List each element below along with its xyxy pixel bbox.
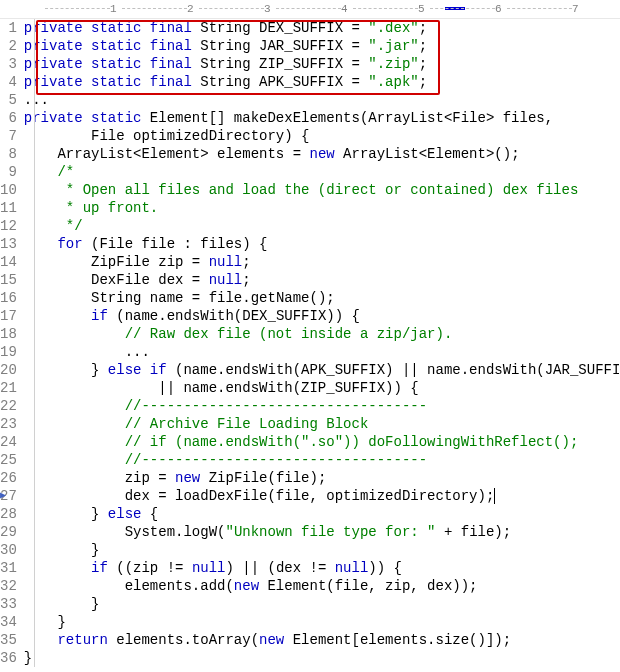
- line-number: 27▶: [0, 487, 17, 505]
- code-token: )) {: [368, 560, 402, 576]
- line-number: 3: [0, 55, 17, 73]
- code-token: else if: [108, 362, 175, 378]
- code-line[interactable]: File optimizedDirectory) {: [24, 127, 620, 145]
- line-number: 18: [0, 325, 17, 343]
- code-token: if: [91, 560, 116, 576]
- line-number: 35: [0, 631, 17, 649]
- line-number: 6: [0, 109, 17, 127]
- line-number: 7: [0, 127, 17, 145]
- code-token: File: [91, 128, 125, 144]
- code-editor[interactable]: 1234567891011121314151617181920212223242…: [0, 19, 620, 667]
- code-token: private static final: [24, 56, 200, 72]
- code-token: }: [24, 650, 32, 666]
- code-token: elements.toArray(: [116, 632, 259, 648]
- code-line[interactable]: private static final String DEX_SUFFIX =…: [24, 19, 620, 37]
- code-line[interactable]: */: [24, 217, 620, 235]
- code-token: //----------------------------------: [125, 452, 427, 468]
- code-token: (file);: [267, 470, 326, 486]
- code-token: Element: [293, 632, 352, 648]
- line-number: 21: [0, 379, 17, 397]
- code-token: else: [108, 506, 150, 522]
- code-token: zip =: [150, 254, 209, 270]
- code-line[interactable]: }: [24, 649, 620, 667]
- ruler-mark: 2: [187, 0, 194, 18]
- code-token: // Raw dex file (not inside a zip/jar).: [125, 326, 453, 342]
- code-line[interactable]: for (File file : files) {: [24, 235, 620, 253]
- code-token: .logW(: [175, 524, 225, 540]
- code-token: String DEX_SUFFIX =: [200, 20, 368, 36]
- line-number: 13: [0, 235, 17, 253]
- current-line-arrow-icon: ▶: [0, 487, 6, 505]
- code-line[interactable]: private static final String ZIP_SUFFIX =…: [24, 55, 620, 73]
- ruler-mark: 1: [110, 0, 117, 18]
- code-line[interactable]: ArrayList<Element> elements = new ArrayL…: [24, 145, 620, 163]
- code-token: String: [91, 290, 141, 306]
- code-line[interactable]: zip = new ZipFile(file);: [24, 469, 620, 487]
- ruler-mark: 3: [264, 0, 271, 18]
- code-line[interactable]: String name = file.getName();: [24, 289, 620, 307]
- code-token: ((zip !=: [116, 560, 192, 576]
- line-number: 17: [0, 307, 17, 325]
- code-token: ".zip": [368, 56, 418, 72]
- code-line[interactable]: elements.add(new Element(file, zip, dex)…: [24, 577, 620, 595]
- code-line[interactable]: //----------------------------------: [24, 451, 620, 469]
- code-token: "Unknown file type for: ": [225, 524, 435, 540]
- code-area[interactable]: private static final String DEX_SUFFIX =…: [21, 19, 620, 667]
- line-number: 32: [0, 577, 17, 595]
- code-line[interactable]: DexFile dex = null;: [24, 271, 620, 289]
- code-line[interactable]: }: [24, 613, 620, 631]
- code-line[interactable]: // Raw dex file (not inside a zip/jar).: [24, 325, 620, 343]
- gutter-margin: [34, 19, 35, 667]
- code-line[interactable]: // Archive File Loading Block: [24, 415, 620, 433]
- line-number: 28: [0, 505, 17, 523]
- code-token: /*: [57, 164, 74, 180]
- code-line[interactable]: dex = loadDexFile(file, optimizedDirecto…: [24, 487, 620, 505]
- code-token: ArrayList<Element>: [57, 146, 208, 162]
- code-token: elements =: [209, 146, 310, 162]
- code-token: ) || (dex !=: [225, 560, 334, 576]
- code-line[interactable]: } else if (name.endsWith(APK_SUFFIX) || …: [24, 361, 620, 379]
- code-line[interactable]: * up front.: [24, 199, 620, 217]
- code-line[interactable]: private static Element[] makeDexElements…: [24, 109, 620, 127]
- code-line[interactable]: || name.endsWith(ZIP_SUFFIX)) {: [24, 379, 620, 397]
- code-token: }: [91, 542, 99, 558]
- code-line[interactable]: ...: [24, 343, 620, 361]
- code-line[interactable]: private static final String APK_SUFFIX =…: [24, 73, 620, 91]
- code-line[interactable]: return elements.toArray(new Element[elem…: [24, 631, 620, 649]
- code-line[interactable]: * Open all files and load the (direct or…: [24, 181, 620, 199]
- code-token: ;: [419, 20, 427, 36]
- line-number: 11: [0, 199, 17, 217]
- code-token: Element: [267, 578, 326, 594]
- code-token: ...: [24, 92, 49, 108]
- code-line[interactable]: ZipFile zip = null;: [24, 253, 620, 271]
- line-number: 5: [0, 91, 17, 109]
- code-line[interactable]: }: [24, 541, 620, 559]
- code-line[interactable]: if (name.endsWith(DEX_SUFFIX)) {: [24, 307, 620, 325]
- code-line[interactable]: // if (name.endsWith(".so")) doFollowing…: [24, 433, 620, 451]
- code-token: || name.endsWith(ZIP_SUFFIX)) {: [158, 380, 418, 396]
- code-token: ".dex": [368, 20, 418, 36]
- code-token: }: [57, 614, 65, 630]
- code-token: new: [259, 632, 293, 648]
- code-token: ".apk": [368, 74, 418, 90]
- code-token: ;: [419, 56, 427, 72]
- line-number: 14: [0, 253, 17, 271]
- ruler: 1234567: [0, 0, 620, 19]
- code-token: elements.add(: [125, 578, 234, 594]
- code-token: ;: [419, 74, 427, 90]
- code-line[interactable]: /*: [24, 163, 620, 181]
- code-line[interactable]: //----------------------------------: [24, 397, 620, 415]
- code-token: ArrayList<Element>: [343, 146, 494, 162]
- code-token: }: [91, 596, 99, 612]
- code-token: private static final: [24, 74, 200, 90]
- code-token: // if (name.endsWith(".so")) doFollowing…: [125, 434, 579, 450]
- code-line[interactable]: } else {: [24, 505, 620, 523]
- code-token: if: [91, 308, 116, 324]
- code-line[interactable]: System.logW("Unknown file type for: " + …: [24, 523, 620, 541]
- code-line[interactable]: }: [24, 595, 620, 613]
- code-line[interactable]: private static final String JAR_SUFFIX =…: [24, 37, 620, 55]
- code-line[interactable]: ...: [24, 91, 620, 109]
- code-token: }: [91, 506, 108, 522]
- code-line[interactable]: if ((zip != null) || (dex != null)) {: [24, 559, 620, 577]
- line-number: 23: [0, 415, 17, 433]
